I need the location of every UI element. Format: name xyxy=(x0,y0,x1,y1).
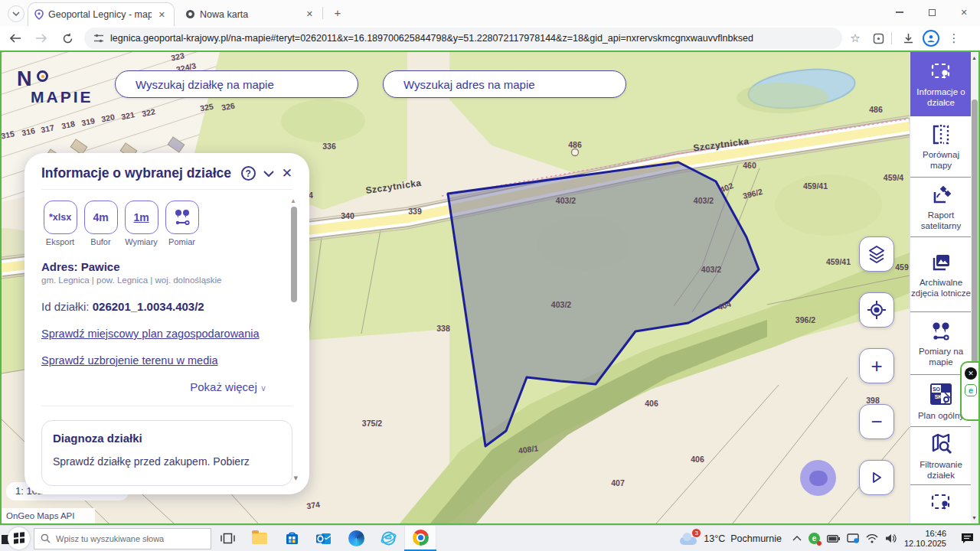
edge-icon xyxy=(348,530,364,546)
start-button[interactable] xyxy=(0,526,34,551)
eset-logo-icon[interactable]: e xyxy=(965,384,977,396)
new-tab-button[interactable]: + xyxy=(331,6,345,20)
url-text[interactable]: legnica.geoportal-krajowy.pl/na-mapie#te… xyxy=(110,33,833,44)
panel-scrollbar-thumb[interactable] xyxy=(291,207,297,302)
show-more-button[interactable]: Pokaż więcej ∨ xyxy=(41,380,292,393)
street-view-button[interactable] xyxy=(859,460,894,495)
eset-close-icon[interactable]: ✕ xyxy=(965,367,977,380)
map-label: 460 xyxy=(743,161,756,170)
zoom-in-button[interactable]: + xyxy=(859,348,894,383)
sidebar-item-filtrowanie-dzialek[interactable]: Filtrowanie działek xyxy=(910,427,972,485)
search-parcel-input[interactable]: Wyszukaj działkę na mapie xyxy=(115,70,358,98)
site-info-icon[interactable] xyxy=(93,34,104,43)
zoning-plan-link[interactable]: Sprawdź miejscowy plan zagospodarowania xyxy=(41,328,292,340)
volume-icon[interactable] xyxy=(885,533,897,543)
measure-tool-button[interactable]: Pomiar xyxy=(162,201,202,246)
browser-chrome: Geoportal Legnicy - mapa dział ✕ Nowa ka… xyxy=(0,0,980,51)
collapse-chevron-icon[interactable] xyxy=(263,171,274,177)
window-controls: ✕ xyxy=(884,0,980,24)
menu-kebab-icon[interactable]: ⋮ xyxy=(944,28,964,48)
scroll-up-icon[interactable]: ▲ xyxy=(972,55,977,60)
tab-search-button[interactable] xyxy=(8,5,24,22)
reload-button[interactable] xyxy=(57,28,78,49)
sidebar-item-raport-satelitarny[interactable]: Raport satelitarny xyxy=(910,178,972,237)
map-label: 396/2 xyxy=(742,187,763,201)
tools-sidebar: Informacje o działce Porównaj mapy Rapor… xyxy=(910,52,971,523)
sidebar-item-partial[interactable] xyxy=(910,485,972,523)
store-icon xyxy=(285,531,299,546)
locate-button[interactable] xyxy=(859,292,894,328)
forward-button[interactable] xyxy=(31,28,52,49)
map-label: 403/2 xyxy=(694,196,714,205)
taskbar-clock[interactable]: 16:46 12.10.2025 xyxy=(904,529,946,549)
file-explorer-button[interactable] xyxy=(243,526,276,551)
url-bar[interactable]: legnica.geoportal-krajowy.pl/na-mapie#te… xyxy=(84,28,842,49)
buffer-tool-button[interactable]: 4m Bufor xyxy=(80,201,121,246)
photos-icon xyxy=(929,251,952,274)
maximize-button[interactable] xyxy=(916,0,948,24)
logo-pin-icon xyxy=(37,70,48,82)
site-logo[interactable]: N MAPIE xyxy=(17,67,93,106)
task-view-button[interactable] xyxy=(211,526,243,551)
internet-explorer-button[interactable] xyxy=(372,526,404,551)
taskbar-search-input[interactable]: Wpisz tu wyszukiwane słowa xyxy=(34,528,211,549)
sidebar-item-porownaj-mapy[interactable]: Porównaj mapy xyxy=(910,116,972,178)
wifi-icon[interactable] xyxy=(866,534,878,543)
tab-new-tab[interactable]: Nowa karta ✕ xyxy=(179,2,322,26)
weather-desc: Pochmurnie xyxy=(730,533,782,544)
chrome-button[interactable] xyxy=(404,526,436,551)
sidebar-item-informacje-o-dzialce[interactable]: Informacje o działce xyxy=(910,52,972,116)
map-label: 315 xyxy=(0,129,15,140)
diagnosis-card[interactable]: Diagnoza działki Sprawdź działkę przed z… xyxy=(41,420,292,486)
minimize-button[interactable] xyxy=(884,0,916,24)
back-button[interactable] xyxy=(5,28,26,49)
weather-widget[interactable]: 3 13°C Pochmurnie xyxy=(680,532,782,546)
map-label: 375/2 xyxy=(362,419,382,428)
profile-avatar[interactable] xyxy=(921,28,941,48)
panel-close-icon[interactable]: ✕ xyxy=(282,165,292,181)
sidebar-scrollbar-thumb[interactable] xyxy=(972,99,978,375)
weather-cloud-icon: 3 xyxy=(680,532,698,546)
outlook-button[interactable] xyxy=(308,526,340,551)
map-label: 486 xyxy=(869,105,883,114)
chrome-icon xyxy=(413,530,429,546)
close-window-button[interactable]: ✕ xyxy=(948,0,980,24)
scroll-down-icon[interactable]: ▼ xyxy=(972,515,977,520)
ie-icon xyxy=(381,530,397,546)
extensions-icon[interactable] xyxy=(868,28,888,48)
eset-tray-icon[interactable]: e xyxy=(808,533,820,544)
sidebar-scrollbar[interactable]: ▲ ▼ xyxy=(971,52,978,523)
search-address-input[interactable]: Wyszukaj adres na mapie xyxy=(383,70,626,98)
svg-text:SK: SK xyxy=(935,394,942,399)
tab-close-icon[interactable]: ✕ xyxy=(156,10,168,20)
action-center-button[interactable] xyxy=(954,526,980,551)
microsoft-store-button[interactable] xyxy=(276,526,308,551)
layers-button[interactable] xyxy=(859,236,894,272)
panel-scroll-down-icon[interactable]: ▾ xyxy=(293,473,298,483)
map-label: 326 xyxy=(220,101,235,112)
chat-widget-button[interactable] xyxy=(800,460,836,496)
tablet-device-icon[interactable] xyxy=(847,533,859,543)
map-label: 318 xyxy=(60,119,76,130)
bookmark-star-icon[interactable]: ☆ xyxy=(845,28,865,48)
dimensions-tool-button[interactable]: 1m Wymiary xyxy=(121,201,162,246)
map-label: 374 xyxy=(305,500,320,510)
sidebar-item-archiwalne-zdjecia[interactable]: Archiwalne zdjęcia lotnicze xyxy=(910,237,972,312)
zoom-out-button[interactable]: − xyxy=(859,404,894,439)
export-tool-button[interactable]: *xlsx Eksport xyxy=(40,201,80,246)
tray-expand-icon[interactable] xyxy=(792,536,802,541)
map-label: 486 xyxy=(568,140,582,149)
map-label: 339 xyxy=(408,207,422,216)
utilities-link[interactable]: Sprawdź uzbrojenie terenu w media xyxy=(41,354,292,367)
battery-icon[interactable] xyxy=(827,535,840,543)
tab-geoportal[interactable]: Geoportal Legnicy - mapa dział ✕ xyxy=(28,2,175,26)
new-tab-favicon xyxy=(185,9,195,19)
map-label: 336 xyxy=(322,142,336,151)
download-icon[interactable] xyxy=(898,28,918,48)
help-icon[interactable]: ? xyxy=(241,166,256,181)
tab-close-icon[interactable]: ✕ xyxy=(304,9,315,19)
panel-scroll-up-icon[interactable]: ▲ xyxy=(290,197,296,204)
action-center-icon xyxy=(961,533,974,544)
edge-button[interactable] xyxy=(340,526,372,551)
map-label: 403/2 xyxy=(551,300,571,309)
